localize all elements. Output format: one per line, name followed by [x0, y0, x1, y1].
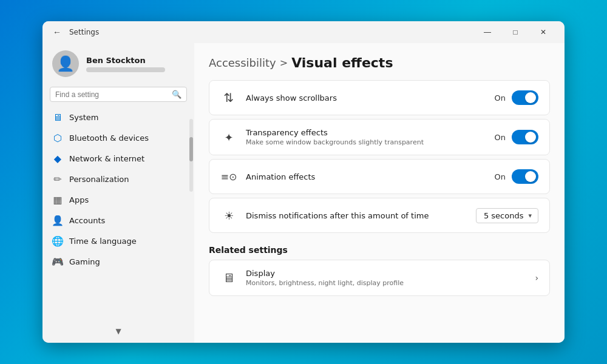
sidebar-item-accounts[interactable]: 👤 Accounts	[46, 210, 191, 231]
sidebar-item-label-time: Time & language	[69, 237, 137, 246]
related-display[interactable]: 🖥 Display Monitors, brightness, night li…	[209, 260, 550, 296]
user-info: Ben Stockton	[86, 56, 165, 72]
notifications-title: Dismiss notifications after this amount …	[246, 211, 467, 220]
title-bar-left: ← Settings	[50, 25, 99, 39]
nav-list: 🖥 System ⬡ Bluetooth & devices ◆ Network…	[42, 107, 194, 325]
user-section: 👤 Ben Stockton	[42, 43, 194, 84]
sidebar-item-label-bluetooth: Bluetooth & devices	[69, 133, 149, 143]
settings-cards: ⇅ Always show scrollbars On ✦	[209, 80, 550, 235]
display-icon: 🖥	[220, 269, 237, 286]
sidebar-item-label-personalization: Personalization	[69, 175, 129, 184]
notifications-right: 5 seconds ▾	[476, 208, 538, 223]
sidebar-item-network[interactable]: ◆ Network & internet	[46, 148, 191, 169]
scrollbars-toggle[interactable]	[512, 90, 538, 105]
sidebar-scrollbar-thumb	[189, 137, 193, 161]
notifications-dropdown[interactable]: 5 seconds ▾	[476, 208, 538, 223]
display-title: Display	[246, 269, 526, 278]
user-email-bar	[86, 67, 165, 72]
breadcrumb-current: Visual effects	[291, 55, 393, 70]
back-button[interactable]: ←	[50, 25, 64, 39]
settings-window: ← Settings — □ ✕ 👤 Ben Stockton 🔍	[42, 21, 565, 343]
transparency-text: Transparency effects Make some window ba…	[246, 128, 486, 146]
sidebar-item-label-system: System	[69, 113, 98, 122]
system-icon: 🖥	[52, 112, 63, 123]
maximize-button[interactable]: □	[501, 22, 529, 42]
transparency-toggle-knob	[525, 132, 536, 143]
chevron-down-icon: ▾	[528, 212, 532, 220]
search-box[interactable]: 🔍	[50, 87, 187, 102]
sidebar-item-label-network: Network & internet	[69, 154, 144, 163]
content-area: 👤 Ben Stockton 🔍 🖥 System	[42, 43, 565, 343]
scrollbars-right: On	[495, 90, 538, 105]
scrollbars-status: On	[495, 93, 506, 103]
setting-animation: ≡⊙ Animation effects On	[209, 159, 550, 194]
bluetooth-icon: ⬡	[52, 132, 63, 143]
sidebar-scroll-wrapper: 🖥 System ⬡ Bluetooth & devices ◆ Network…	[42, 107, 194, 325]
scrollbars-toggle-knob	[525, 92, 536, 103]
animation-right: On	[495, 169, 538, 184]
window-controls: — □ ✕	[473, 22, 557, 42]
sidebar-item-label-gaming: Gaming	[69, 257, 100, 266]
search-icon: 🔍	[172, 90, 181, 99]
sidebar-item-label-accounts: Accounts	[69, 216, 105, 225]
scrollbars-text: Always show scrollbars	[246, 93, 486, 103]
animation-title: Animation effects	[246, 172, 486, 181]
scrollbars-icon: ⇅	[220, 89, 237, 106]
setting-transparency: ✦ Transparency effects Make some window …	[209, 119, 550, 155]
scroll-indicator: ▼	[42, 325, 194, 338]
setting-notifications: ☀ Dismiss notifications after this amoun…	[209, 198, 550, 233]
display-text: Display Monitors, brightness, night ligh…	[246, 269, 526, 287]
search-input[interactable]	[55, 90, 168, 99]
transparency-icon: ✦	[220, 129, 237, 146]
title-bar: ← Settings — □ ✕	[42, 21, 565, 43]
chevron-right-icon: ›	[535, 273, 538, 283]
avatar: 👤	[52, 50, 79, 77]
breadcrumb: Accessibility > Visual effects	[209, 55, 550, 70]
animation-toggle-knob	[525, 171, 536, 182]
transparency-subtitle: Make some window backgrounds slightly tr…	[246, 138, 486, 146]
sidebar-scrollbar[interactable]	[189, 119, 193, 192]
scrollbars-title: Always show scrollbars	[246, 93, 486, 103]
minimize-button[interactable]: —	[473, 22, 501, 42]
scroll-down-icon: ▼	[115, 327, 121, 335]
breadcrumb-parent: Accessibility	[209, 56, 276, 69]
transparency-toggle[interactable]	[512, 130, 538, 144]
sidebar-item-bluetooth[interactable]: ⬡ Bluetooth & devices	[46, 127, 191, 148]
sidebar: 👤 Ben Stockton 🔍 🖥 System	[42, 43, 194, 343]
apps-icon: ▦	[52, 194, 63, 205]
dropdown-value: 5 seconds	[484, 211, 524, 220]
transparency-title: Transparency effects	[246, 128, 486, 137]
user-name: Ben Stockton	[86, 56, 165, 65]
display-subtitle: Monitors, brightness, night light, displ…	[246, 279, 526, 287]
setting-scrollbars: ⇅ Always show scrollbars On	[209, 80, 550, 115]
sidebar-item-apps[interactable]: ▦ Apps	[46, 189, 191, 210]
related-section-title: Related settings	[209, 245, 550, 255]
main-content: Accessibility > Visual effects ⇅ Always …	[194, 43, 565, 343]
sidebar-item-system[interactable]: 🖥 System	[46, 107, 191, 127]
sidebar-item-personalization[interactable]: ✏ Personalization	[46, 169, 191, 189]
time-icon: 🌐	[52, 235, 63, 246]
transparency-right: On	[495, 130, 538, 144]
gaming-icon: 🎮	[52, 256, 63, 267]
sidebar-item-time[interactable]: 🌐 Time & language	[46, 231, 191, 251]
accounts-icon: 👤	[52, 215, 63, 226]
network-icon: ◆	[52, 153, 63, 164]
sidebar-item-gaming[interactable]: 🎮 Gaming	[46, 251, 191, 272]
personalization-icon: ✏	[52, 174, 63, 184]
animation-toggle[interactable]	[512, 169, 538, 184]
animation-text: Animation effects	[246, 172, 486, 181]
sidebar-item-label-apps: Apps	[69, 195, 89, 204]
window-title: Settings	[69, 28, 99, 36]
transparency-status: On	[495, 133, 506, 142]
notifications-text: Dismiss notifications after this amount …	[246, 211, 467, 220]
close-button[interactable]: ✕	[529, 22, 557, 42]
user-icon: 👤	[56, 55, 75, 72]
breadcrumb-separator: >	[280, 57, 288, 69]
notifications-icon: ☀	[220, 207, 237, 224]
animation-status: On	[495, 172, 506, 181]
animation-icon: ≡⊙	[220, 168, 237, 185]
